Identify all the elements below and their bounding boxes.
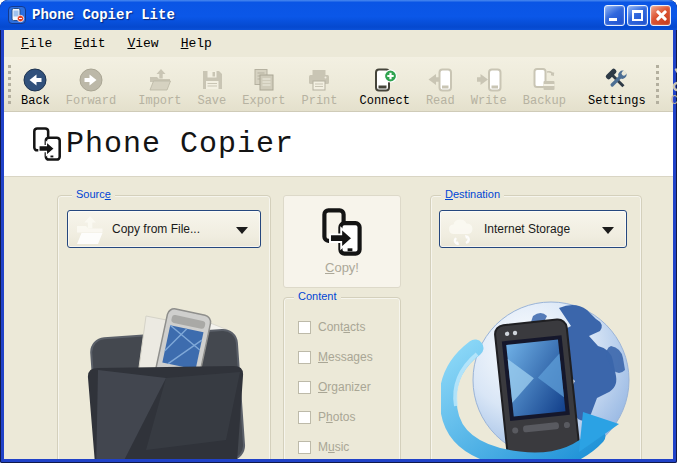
globe-device-illustration — [441, 294, 637, 459]
source-groupbox: Source Copy from File... — [57, 195, 271, 459]
menu-view[interactable]: View — [118, 33, 167, 54]
content-groupbox: Content Contacts Messages Organizer — [283, 297, 401, 459]
folder-phone-illustration — [76, 300, 256, 459]
contacts-label: Contacts — [318, 320, 365, 334]
photos-checkbox[interactable] — [298, 411, 311, 424]
read-icon — [427, 67, 453, 93]
cloud-sync-watermark-icon — [446, 214, 478, 246]
write-icon — [476, 67, 502, 93]
forward-icon — [78, 67, 104, 93]
save-button[interactable]: Save — [189, 59, 234, 110]
copy-button-label: Copy! — [325, 260, 359, 275]
checkbox-row-photos[interactable]: Photos — [298, 410, 394, 424]
header-banner: Phone Copier — [4, 112, 673, 177]
app-window: Phone Copier Lite File Edit View Help Ba… — [0, 0, 677, 463]
checkbox-row-messages[interactable]: Messages — [298, 350, 394, 364]
destination-dropdown-value: Internet Storage — [484, 222, 570, 236]
close-button[interactable] — [650, 5, 671, 26]
window-controls — [604, 5, 671, 26]
cut-button[interactable]: Cut — [661, 59, 677, 110]
print-icon — [306, 67, 332, 93]
connect-button[interactable]: Connect — [352, 59, 418, 110]
chevron-down-icon — [236, 227, 248, 234]
write-button[interactable]: Write — [463, 59, 515, 110]
titlebar: Phone Copier Lite — [0, 0, 677, 30]
menu-help[interactable]: Help — [172, 33, 221, 54]
source-dropdown[interactable]: Copy from File... — [67, 210, 261, 248]
destination-group-label: Destination — [441, 188, 504, 200]
toolbar: Back Forward Import — [4, 57, 673, 112]
export-button[interactable]: Export — [234, 59, 293, 110]
toolbar-gripper[interactable] — [8, 65, 11, 104]
settings-icon — [604, 67, 630, 93]
save-icon — [199, 67, 225, 93]
content-checkbox-list: Contacts Messages Organizer Photos — [298, 320, 394, 459]
destination-groupbox: Destination Internet Storage — [430, 195, 642, 459]
source-dropdown-value: Copy from File... — [112, 222, 200, 236]
messages-checkbox[interactable] — [298, 351, 311, 364]
window-title: Phone Copier Lite — [32, 7, 604, 23]
settings-button[interactable]: Settings — [580, 59, 654, 110]
minimize-icon — [609, 18, 617, 21]
forward-button[interactable]: Forward — [58, 59, 124, 110]
backup-button[interactable]: Backup — [515, 59, 574, 110]
app-icon[interactable] — [8, 6, 26, 24]
connect-icon — [372, 67, 398, 93]
close-icon — [651, 6, 670, 25]
messages-label: Messages — [318, 350, 373, 364]
cut-icon — [669, 67, 677, 93]
checkbox-row-contacts[interactable]: Contacts — [298, 320, 394, 334]
phone-copy-icon — [32, 126, 62, 162]
import-button[interactable]: Import — [130, 59, 189, 110]
menu-file[interactable]: File — [12, 33, 61, 54]
print-button[interactable]: Print — [293, 59, 345, 110]
organizer-label: Organizer — [318, 380, 371, 394]
read-button[interactable]: Read — [418, 59, 463, 110]
menubar: File Edit View Help — [4, 30, 673, 57]
phone-copy-icon — [318, 208, 366, 256]
destination-dropdown[interactable]: Internet Storage — [439, 210, 627, 248]
minimize-button[interactable] — [604, 5, 625, 26]
maximize-icon — [632, 10, 643, 21]
toolbar-gripper[interactable] — [656, 65, 659, 104]
photos-label: Photos — [318, 410, 355, 424]
music-checkbox[interactable] — [298, 441, 311, 454]
copy-button[interactable]: Copy! — [283, 195, 401, 288]
content-group-label: Content — [294, 290, 341, 302]
source-group-label: Source — [72, 188, 115, 200]
contacts-checkbox[interactable] — [298, 321, 311, 334]
main-content: Source Copy from File... — [4, 177, 673, 459]
page-title: Phone Copier — [66, 127, 294, 161]
window-body: File Edit View Help Back Forward — [4, 30, 673, 459]
back-button[interactable]: Back — [13, 59, 58, 110]
organizer-checkbox[interactable] — [298, 381, 311, 394]
chevron-down-icon — [602, 227, 614, 234]
checkbox-row-organizer[interactable]: Organizer — [298, 380, 394, 394]
maximize-button[interactable] — [627, 5, 648, 26]
export-icon — [251, 67, 277, 93]
menu-edit[interactable]: Edit — [65, 33, 114, 54]
backup-icon — [531, 67, 557, 93]
folder-import-watermark-icon — [74, 214, 106, 246]
checkbox-row-music[interactable]: Music — [298, 440, 394, 454]
import-icon — [147, 67, 173, 93]
back-icon — [22, 67, 48, 93]
music-label: Music — [318, 440, 349, 454]
